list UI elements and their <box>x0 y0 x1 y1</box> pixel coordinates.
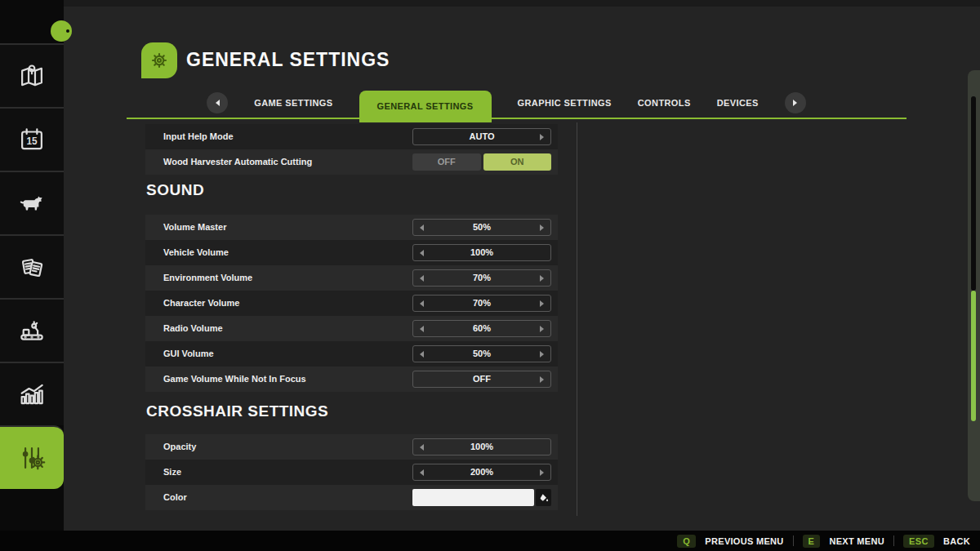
row-volume-master[interactable]: Volume Master 50% <box>145 215 558 240</box>
tab-devices[interactable]: DEVICES <box>717 98 759 108</box>
active-tab-dot <box>66 29 69 33</box>
option-value: 50% <box>413 220 550 235</box>
back-hint[interactable]: BACK <box>943 536 970 546</box>
sidebar-item-general-settings[interactable] <box>0 425 64 489</box>
page-scrollbar[interactable] <box>968 70 980 501</box>
option-value: OFF <box>413 371 550 387</box>
key-q-badge: Q <box>677 535 696 548</box>
increase-arrow[interactable] <box>540 469 544 476</box>
setting-label: Wood Harvester Automatic Cutting <box>163 149 312 175</box>
decrease-arrow[interactable] <box>420 326 424 332</box>
sidebar-item-animals[interactable] <box>0 171 64 234</box>
key-esc-badge: ESC <box>903 535 934 548</box>
option-value: 50% <box>413 346 550 362</box>
row-character-volume[interactable]: Character Volume 70% <box>145 291 558 316</box>
calendar-icon: 15 <box>16 124 47 155</box>
tab-controls[interactable]: CONTROLS <box>638 98 691 108</box>
sidebar-item-statistics[interactable] <box>0 362 64 425</box>
chevron-right-icon <box>793 100 797 106</box>
option-selector[interactable]: 100% <box>412 244 551 261</box>
setting-label: Character Volume <box>163 291 239 316</box>
tab-game-settings[interactable]: GAME SETTINGS <box>254 98 332 108</box>
sidebar-item-map[interactable] <box>0 43 64 107</box>
row-gui-volume[interactable]: GUI Volume 50% <box>145 341 558 367</box>
tabs-prev-button[interactable] <box>207 92 228 113</box>
page-title: GENERAL SETTINGS <box>186 49 390 71</box>
row-wood-harvester-cutting[interactable]: Wood Harvester Automatic Cutting OFF ON <box>145 149 558 175</box>
color-picker-control[interactable] <box>412 489 551 506</box>
decrease-arrow[interactable] <box>420 444 424 451</box>
decrease-arrow[interactable] <box>420 275 424 282</box>
option-selector[interactable]: 100% <box>412 438 551 455</box>
increase-arrow[interactable] <box>540 326 544 332</box>
option-value: 200% <box>413 464 550 480</box>
row-crosshair-color[interactable]: Color <box>145 485 558 510</box>
tab-graphic-settings[interactable]: GRAPHIC SETTINGS <box>518 98 612 108</box>
setting-label: Vehicle Volume <box>163 240 229 265</box>
decrease-arrow[interactable] <box>420 250 424 256</box>
option-value: 100% <box>413 439 550 455</box>
option-value: 60% <box>413 321 550 336</box>
row-crosshair-opacity[interactable]: Opacity 100% <box>145 434 558 460</box>
key-e-badge: E <box>803 535 821 548</box>
option-selector[interactable]: AUTO <box>412 128 551 145</box>
increase-arrow[interactable] <box>540 275 544 282</box>
setting-label: Game Volume While Not In Focus <box>163 367 306 392</box>
row-input-help-mode[interactable]: Input Help Mode AUTO <box>145 124 558 149</box>
setting-label: Color <box>163 485 187 510</box>
setting-label: Input Help Mode <box>163 124 234 149</box>
option-value: 70% <box>413 295 550 311</box>
chevron-left-icon <box>216 100 220 106</box>
section-title-sound: SOUND <box>146 181 204 199</box>
row-radio-volume[interactable]: Radio Volume 60% <box>145 316 558 341</box>
previous-menu-hint[interactable]: PREVIOUS MENU <box>705 536 783 546</box>
general-settings-screen: 15 <box>0 0 980 551</box>
sidebar-item-contracts[interactable] <box>0 234 64 298</box>
increase-arrow[interactable] <box>540 134 544 140</box>
decrease-arrow[interactable] <box>420 351 424 358</box>
option-value: 70% <box>413 270 550 286</box>
option-selector[interactable]: 50% <box>412 219 551 236</box>
section-title-crosshair: CROSSHAIR SETTINGS <box>146 402 328 420</box>
color-fill-button[interactable] <box>536 489 551 506</box>
tabs-next-button[interactable] <box>785 92 806 113</box>
color-swatch[interactable] <box>412 489 534 506</box>
paint-bucket-icon <box>539 493 549 503</box>
option-selector[interactable]: OFF <box>412 371 551 388</box>
footer-keybar: Q PREVIOUS MENU E NEXT MENU ESC BACK <box>0 531 980 551</box>
option-value: 100% <box>413 245 550 260</box>
next-menu-hint[interactable]: NEXT MENU <box>829 536 884 546</box>
sidebar-item-calendar[interactable]: 15 <box>0 107 64 171</box>
setting-label: GUI Volume <box>163 341 214 367</box>
option-selector[interactable]: 70% <box>412 295 551 312</box>
footer-divider <box>893 535 894 546</box>
increase-arrow[interactable] <box>540 351 544 358</box>
setting-label: Radio Volume <box>163 316 223 341</box>
tab-underline <box>127 118 906 119</box>
option-selector[interactable]: 50% <box>412 345 551 362</box>
option-selector[interactable]: 200% <box>412 464 551 481</box>
row-environment-volume[interactable]: Environment Volume 70% <box>145 265 558 291</box>
increase-arrow[interactable] <box>540 224 544 231</box>
statistics-icon <box>16 379 47 410</box>
content-scroll-divider <box>577 122 577 516</box>
setting-label: Environment Volume <box>163 265 252 291</box>
decrease-arrow[interactable] <box>420 469 424 476</box>
scrollbar-thumb[interactable] <box>971 291 976 421</box>
decrease-arrow[interactable] <box>420 224 424 231</box>
increase-arrow[interactable] <box>540 376 544 383</box>
top-strip <box>0 0 980 7</box>
row-crosshair-size[interactable]: Size 200% <box>145 460 558 485</box>
setting-label: Size <box>163 460 181 485</box>
row-vehicle-volume[interactable]: Vehicle Volume 100% <box>145 240 558 265</box>
option-selector[interactable]: 70% <box>412 269 551 287</box>
toggle-on-button[interactable]: ON <box>483 153 552 171</box>
scrollbar-track <box>971 96 976 291</box>
map-icon <box>16 60 47 91</box>
option-selector[interactable]: 60% <box>412 320 551 337</box>
decrease-arrow[interactable] <box>420 300 424 307</box>
toggle-off-button[interactable]: OFF <box>412 153 481 171</box>
row-game-volume-not-in-focus[interactable]: Game Volume While Not In Focus OFF <box>145 367 558 392</box>
increase-arrow[interactable] <box>540 300 544 307</box>
sidebar-item-production[interactable] <box>0 298 64 362</box>
